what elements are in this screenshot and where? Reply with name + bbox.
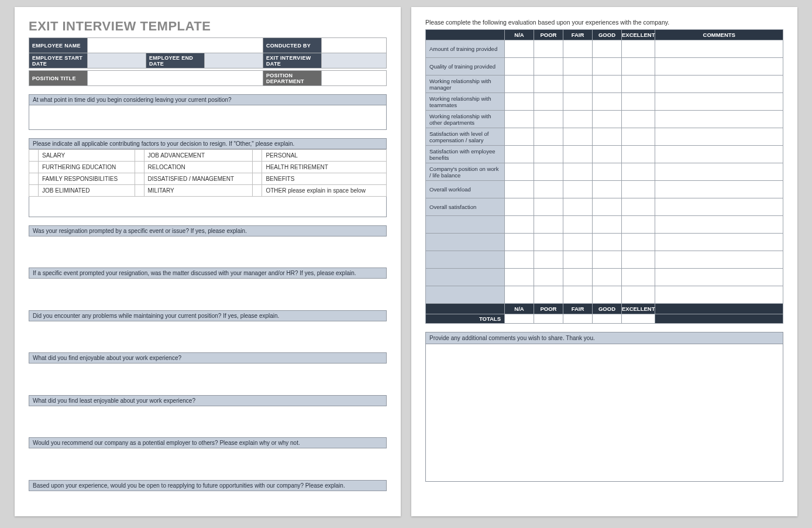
- eval-cell-comments[interactable]: [655, 76, 783, 93]
- q6-input[interactable]: [29, 364, 387, 387]
- eval-cell-poor[interactable]: [534, 181, 563, 198]
- q4-input[interactable]: [29, 279, 387, 302]
- chk-education[interactable]: [29, 162, 39, 173]
- header-table: EMPLOYEE NAME CONDUCTED BY EMPLOYEE STAR…: [29, 37, 387, 86]
- eval-cell-excellent[interactable]: [622, 111, 655, 128]
- eval-cell-na[interactable]: [505, 58, 534, 76]
- chk-management[interactable]: [135, 173, 144, 185]
- input-position-dept[interactable]: [322, 71, 387, 86]
- eval-cell-comments[interactable]: [655, 128, 783, 146]
- chk-personal[interactable]: [253, 150, 262, 162]
- q5-input[interactable]: [29, 321, 387, 344]
- eval-cell-comments[interactable]: [655, 146, 783, 163]
- chk-health[interactable]: [253, 162, 262, 173]
- final-comments-input[interactable]: [425, 344, 783, 482]
- chk-relocation[interactable]: [135, 162, 144, 173]
- eval-cell-na[interactable]: [505, 181, 534, 198]
- eval-cell-good[interactable]: [593, 198, 622, 216]
- eval-cell-poor[interactable]: [534, 128, 563, 146]
- eval-cell-comments[interactable]: [655, 181, 783, 198]
- eval-cell-comments[interactable]: [655, 111, 783, 128]
- eval-cell-excellent[interactable]: [622, 40, 655, 58]
- eval-cell-fair[interactable]: [563, 93, 593, 111]
- eval-cell-excellent[interactable]: [622, 198, 655, 216]
- eval-cell-excellent[interactable]: [622, 146, 655, 163]
- eval-cell-poor[interactable]: [534, 111, 563, 128]
- q9-input[interactable]: [29, 491, 387, 514]
- eval-cell-poor[interactable]: [534, 58, 563, 76]
- eval-cell-fair[interactable]: [563, 111, 593, 128]
- eval-cell-excellent[interactable]: [622, 76, 655, 93]
- eval-cell-fair[interactable]: [563, 198, 593, 216]
- chk-family[interactable]: [29, 173, 39, 185]
- eval-cell-fair[interactable]: [563, 58, 593, 76]
- eval-cell-poor[interactable]: [534, 198, 563, 216]
- chk-military[interactable]: [135, 185, 144, 197]
- totals-na[interactable]: [505, 314, 534, 324]
- eval-cell-excellent[interactable]: [622, 58, 655, 76]
- eval-cell-comments[interactable]: [655, 58, 783, 76]
- eval-cell-na[interactable]: [505, 111, 534, 128]
- chk-benefits[interactable]: [253, 173, 262, 185]
- eval-cell-na[interactable]: [505, 146, 534, 163]
- chk-salary[interactable]: [29, 150, 39, 162]
- eval-cell-comments[interactable]: [655, 93, 783, 111]
- eval-cell-comments[interactable]: [655, 40, 783, 58]
- input-position-title[interactable]: [88, 71, 263, 86]
- eval-cell-fair[interactable]: [563, 163, 593, 181]
- eval-cell-na[interactable]: [505, 128, 534, 146]
- chk-eliminated[interactable]: [29, 185, 39, 197]
- eval-cell-excellent[interactable]: [622, 128, 655, 146]
- eval-cell-na[interactable]: [505, 93, 534, 111]
- eval-cell-na[interactable]: [505, 40, 534, 58]
- input-conducted-by[interactable]: [322, 38, 387, 53]
- totals-good[interactable]: [593, 314, 622, 324]
- totals-excellent[interactable]: [622, 314, 655, 324]
- totals-fair[interactable]: [563, 314, 593, 324]
- eval-cell-poor[interactable]: [534, 146, 563, 163]
- eval-cell-fair[interactable]: [563, 128, 593, 146]
- opt-management: DISSATISFIED / MANAGEMENT: [144, 173, 253, 185]
- q3-label: Was your resignation prompted by a speci…: [29, 225, 387, 236]
- eval-cell-excellent[interactable]: [622, 163, 655, 181]
- eval-cell-good[interactable]: [593, 93, 622, 111]
- q7-input[interactable]: [29, 406, 387, 429]
- eval-cell-poor[interactable]: [534, 40, 563, 58]
- input-interview-date[interactable]: [322, 53, 387, 68]
- eval-cell-fair[interactable]: [563, 146, 593, 163]
- eval-cell-good[interactable]: [593, 146, 622, 163]
- q1-input[interactable]: [29, 105, 387, 130]
- eval-cell-poor[interactable]: [534, 163, 563, 181]
- eval-cell-comments[interactable]: [655, 163, 783, 181]
- totals-poor[interactable]: [534, 314, 563, 324]
- input-end-date[interactable]: [205, 53, 263, 68]
- label-end-date: EMPLOYEE END DATE: [146, 53, 205, 68]
- eval-cell-na[interactable]: [505, 198, 534, 216]
- eval-cell-good[interactable]: [593, 163, 622, 181]
- eval-cell-fair[interactable]: [563, 181, 593, 198]
- input-start-date[interactable]: [88, 53, 146, 68]
- eval-cell-comments[interactable]: [655, 198, 783, 216]
- col-na: N/A: [505, 30, 534, 40]
- eval-cell-good[interactable]: [593, 111, 622, 128]
- eval-cell-poor[interactable]: [534, 76, 563, 93]
- eval-cell-fair[interactable]: [563, 76, 593, 93]
- eval-row-blank: [426, 216, 505, 234]
- eval-cell-poor[interactable]: [534, 93, 563, 111]
- q2-other-input[interactable]: [29, 197, 387, 217]
- eval-cell-na[interactable]: [505, 76, 534, 93]
- eval-cell-good[interactable]: [593, 181, 622, 198]
- eval-cell-fair[interactable]: [563, 40, 593, 58]
- eval-cell-good[interactable]: [593, 128, 622, 146]
- q8-input[interactable]: [29, 448, 387, 472]
- eval-cell-na[interactable]: [505, 163, 534, 181]
- eval-cell-good[interactable]: [593, 58, 622, 76]
- eval-cell-excellent[interactable]: [622, 93, 655, 111]
- input-employee-name[interactable]: [88, 38, 263, 53]
- eval-cell-excellent[interactable]: [622, 181, 655, 198]
- q3-input[interactable]: [29, 236, 387, 259]
- chk-advancement[interactable]: [135, 150, 144, 162]
- chk-other[interactable]: [253, 185, 262, 197]
- eval-cell-good[interactable]: [593, 76, 622, 93]
- eval-cell-good[interactable]: [593, 40, 622, 58]
